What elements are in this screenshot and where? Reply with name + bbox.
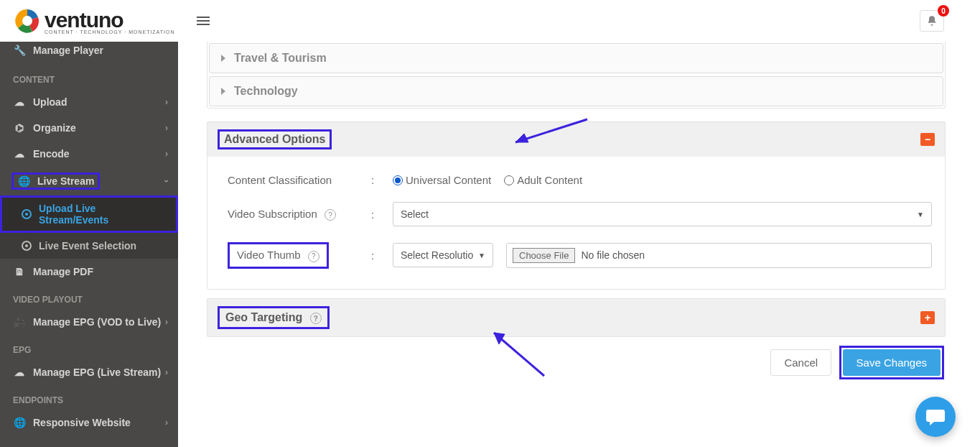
video-subscription-row: Video Subscription ? : Select ▼	[220, 202, 932, 226]
sidebar-item-manage-pdf[interactable]: 🗎 Manage PDF	[0, 259, 178, 285]
video-subscription-label: Video Subscription	[228, 208, 317, 220]
menu-toggle-icon[interactable]	[197, 17, 210, 25]
collapse-button[interactable]: −	[920, 133, 935, 146]
target-icon	[22, 209, 32, 219]
chevron-right-icon: ›	[165, 367, 168, 377]
expand-button[interactable]: +	[920, 311, 935, 324]
sidebar-item-responsive-website[interactable]: 🌐 Responsive Website ›	[0, 410, 178, 436]
bell-icon	[926, 15, 938, 27]
sidebar-sub-upload-live-stream[interactable]: Upload Live Stream/Events	[0, 195, 178, 233]
save-changes-button[interactable]: Save Changes	[843, 349, 941, 376]
topbar: ventuno CONTENT · TECHNOLOGY · MONETIZAT…	[0, 0, 980, 42]
select-value: Select	[401, 208, 429, 220]
sitemap-icon: ⌬	[13, 122, 26, 134]
wrench-icon: 🔧	[13, 45, 26, 56]
chevron-down-icon: ▼	[478, 252, 485, 259]
sidebar-item-manage-epg-live[interactable]: ☁ Manage EPG (Live Stream) ›	[0, 359, 178, 385]
sidebar-label: Upload Live Stream/Events	[39, 203, 165, 226]
thumb-resolution-select[interactable]: Select Resolutio ▼	[393, 243, 493, 267]
category-travel-tourism[interactable]: Travel & Tourism	[209, 43, 943, 73]
form-actions: Cancel Save Changes	[208, 346, 944, 379]
help-icon[interactable]: ?	[310, 313, 322, 324]
chevron-right-icon: ›	[165, 418, 168, 428]
sidebar-header-video-playout: VIDEO PLAYOUT	[0, 285, 178, 309]
sidebar-item-organize[interactable]: ⌬ Organize ›	[0, 115, 178, 141]
notification-count-badge: 0	[938, 5, 949, 17]
separator: :	[371, 174, 393, 186]
brand-logo[interactable]: ventuno CONTENT · TECHNOLOGY · MONETIZAT…	[14, 8, 175, 34]
advanced-options-header[interactable]: Advanced Options −	[207, 122, 945, 157]
sidebar: 🔧 Manage Player CONTENT ☁ Upload › ⌬ Org…	[0, 42, 178, 447]
chevron-right-icon: ›	[165, 97, 168, 107]
globe-icon: 🌐	[17, 175, 30, 187]
select-value: Select Resolutio	[401, 249, 473, 261]
panel-title: Advanced Options	[224, 133, 325, 145]
brand-tagline: CONTENT · TECHNOLOGY · MONETIZATION	[45, 29, 175, 34]
sidebar-header-endpoints: ENDPOINTS	[0, 385, 178, 410]
sidebar-label: Manage EPG (VOD to Live)	[33, 316, 161, 328]
main-content: Travel & Tourism Technology Advanced Opt…	[178, 42, 980, 447]
universal-content-radio[interactable]: Universal Content	[393, 174, 491, 186]
sidebar-header-epg: EPG	[0, 335, 178, 359]
radio-icon	[504, 175, 514, 185]
category-label: Technology	[234, 85, 298, 98]
cloud-icon: ☁	[13, 148, 26, 160]
caret-right-icon	[221, 55, 225, 62]
sidebar-item-encode[interactable]: ☁ Encode ›	[0, 141, 178, 167]
target-icon	[22, 241, 32, 251]
video-thumb-label: Video Thumb	[237, 249, 301, 261]
brand-name: ventuno	[45, 8, 175, 32]
cloud-icon: ☁	[13, 367, 26, 378]
chevron-right-icon: ›	[165, 317, 168, 327]
video-subscription-select[interactable]: Select ▼	[393, 202, 932, 226]
caret-right-icon	[221, 88, 225, 95]
help-icon[interactable]: ?	[325, 209, 336, 221]
geo-targeting-panel: Geo Targeting ? +	[207, 298, 946, 338]
sidebar-item-live-stream[interactable]: 🌐 Live Stream ›	[0, 167, 178, 195]
separator: :	[371, 249, 393, 262]
sidebar-label: Organize	[33, 122, 76, 134]
advanced-options-panel: Advanced Options − Content Classificatio…	[207, 121, 946, 290]
geo-targeting-header[interactable]: Geo Targeting ? +	[207, 299, 945, 337]
sidebar-header-content: CONTENT	[0, 65, 178, 89]
choose-file-button[interactable]: Choose File	[513, 248, 575, 263]
sidebar-item-manage-player[interactable]: 🔧 Manage Player	[0, 42, 178, 65]
chevron-down-icon: ›	[162, 180, 172, 183]
content-classification-row: Content Classification : Universal Conte…	[220, 174, 932, 186]
category-label: Travel & Tourism	[234, 52, 327, 65]
globe-icon: 🌐	[13, 417, 26, 428]
sidebar-label: Live Stream	[37, 175, 94, 187]
video-thumb-row: Video Thumb ? : Select Resolutio ▼ Cho	[220, 242, 932, 269]
sidebar-label: Encode	[33, 148, 70, 160]
help-icon[interactable]: ?	[308, 251, 319, 262]
chat-widget-button[interactable]	[915, 397, 956, 437]
radio-label: Universal Content	[406, 174, 491, 186]
category-technology[interactable]: Technology	[209, 76, 943, 106]
ventuno-logo-icon	[14, 8, 40, 34]
adult-content-radio[interactable]: Adult Content	[504, 174, 582, 186]
cloud-upload-icon: ☁	[13, 96, 26, 108]
separator: :	[371, 208, 393, 221]
file-status: No file chosen	[581, 249, 645, 261]
radio-label: Adult Content	[517, 174, 582, 186]
sidebar-sub-live-event-selection[interactable]: Live Event Selection	[0, 233, 178, 259]
sidebar-label: Responsive Website	[33, 417, 131, 428]
chevron-right-icon: ›	[165, 123, 168, 133]
chevron-down-icon: ▼	[917, 211, 924, 218]
sidebar-label: Manage Player	[33, 45, 103, 56]
sidebar-item-upload[interactable]: ☁ Upload ›	[0, 89, 178, 115]
sidebar-label: Upload	[33, 96, 67, 108]
video-icon: 🎥	[13, 316, 26, 328]
radio-icon	[393, 175, 403, 185]
svg-point-0	[22, 16, 32, 26]
panel-title: Geo Targeting	[225, 311, 302, 323]
sidebar-label: Manage EPG (Live Stream)	[33, 367, 161, 378]
notifications-button[interactable]: 0	[920, 10, 944, 32]
content-classification-label: Content Classification	[220, 174, 371, 186]
chat-icon	[925, 407, 946, 426]
sidebar-item-manage-epg-vod[interactable]: 🎥 Manage EPG (VOD to Live) ›	[0, 309, 178, 335]
cancel-button[interactable]: Cancel	[770, 349, 831, 376]
sidebar-label: Manage PDF	[33, 266, 93, 277]
chevron-right-icon: ›	[165, 149, 168, 159]
document-icon: 🗎	[13, 266, 26, 277]
